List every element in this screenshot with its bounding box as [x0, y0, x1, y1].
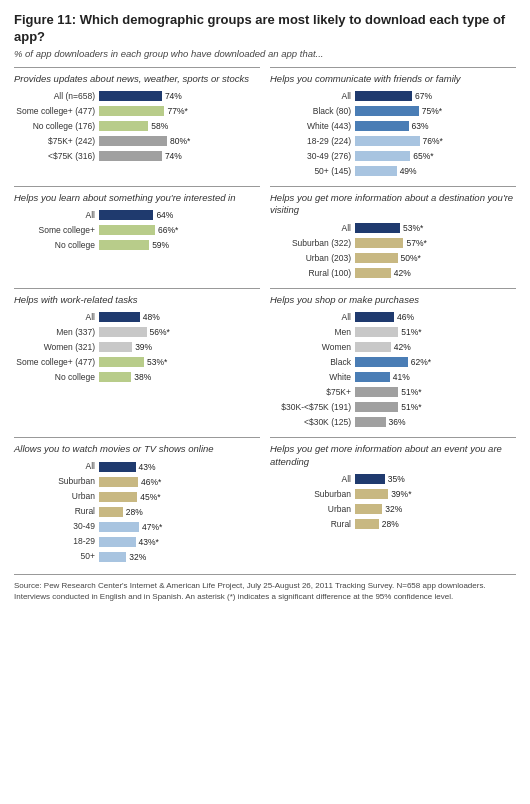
- bar-label: Suburban: [14, 476, 99, 486]
- bar-fill: [355, 372, 390, 382]
- bar-row: 18-29 (224)76%*: [270, 135, 516, 147]
- bar-value: 58%: [151, 121, 168, 131]
- section-event: Helps you get more information about an …: [270, 437, 516, 565]
- bar-container: 76%*: [355, 135, 516, 147]
- bar-value: 67%: [415, 91, 432, 101]
- bar-row: $75K+51%*: [270, 386, 516, 398]
- main-title: Figure 11: Which demographic groups are …: [14, 12, 516, 46]
- bar-row: All46%: [270, 311, 516, 323]
- bar-container: 32%: [355, 503, 516, 515]
- bar-label: Men (337): [14, 327, 99, 337]
- bar-fill: [355, 357, 408, 367]
- bar-label: No college: [14, 240, 99, 250]
- bar-label: Men: [270, 327, 355, 337]
- bar-row: 50+ (145)49%: [270, 165, 516, 177]
- bar-container: 51%*: [355, 401, 516, 413]
- bar-container: 39%: [99, 341, 260, 353]
- bar-label: Rural: [14, 506, 99, 516]
- bar-label: $75K+: [270, 387, 355, 397]
- bar-row: 50+32%: [14, 551, 260, 563]
- bar-label: Women: [270, 342, 355, 352]
- bar-label: All: [14, 210, 99, 220]
- bar-container: 35%: [355, 473, 516, 485]
- bar-container: 58%: [99, 120, 260, 132]
- bar-container: 63%: [355, 120, 516, 132]
- bar-label: All: [14, 461, 99, 471]
- bar-row: All (n=658)74%: [14, 90, 260, 102]
- bar-container: 65%*: [355, 150, 516, 162]
- bar-value: 41%: [393, 372, 410, 382]
- bar-row: Suburban46%*: [14, 476, 260, 488]
- bar-row: Men51%*: [270, 326, 516, 338]
- bar-container: 43%: [99, 461, 260, 473]
- bar-container: 66%*: [99, 224, 260, 236]
- bar-row: <$30K (125)36%: [270, 416, 516, 428]
- bar-label: All: [270, 223, 355, 233]
- bar-container: 28%: [99, 506, 260, 518]
- bar-fill: [99, 522, 139, 532]
- bar-label: No college (176): [14, 121, 99, 131]
- bar-container: 45%*: [99, 491, 260, 503]
- bar-label: Rural: [270, 519, 355, 529]
- bar-value: 50%*: [401, 253, 421, 263]
- bar-value: 51%*: [401, 327, 421, 337]
- bar-fill: [99, 507, 123, 517]
- bar-container: 53%*: [99, 356, 260, 368]
- bar-fill: [355, 238, 403, 248]
- bar-container: 74%: [99, 90, 260, 102]
- bar-fill: [355, 151, 410, 161]
- bar-row: Suburban39%*: [270, 488, 516, 500]
- bar-value: 57%*: [406, 238, 426, 248]
- bar-label: Black (80): [270, 106, 355, 116]
- bar-label: 50+: [14, 551, 99, 561]
- section-title-learn: Helps you learn about something you're i…: [14, 192, 260, 204]
- bar-container: 62%*: [355, 356, 516, 368]
- section-movies: Allows you to watch movies or TV shows o…: [14, 437, 260, 565]
- section-title-communicate: Helps you communicate with friends or fa…: [270, 73, 516, 85]
- bar-row: Rural28%: [14, 506, 260, 518]
- bar-row: All67%: [270, 90, 516, 102]
- bar-row: Suburban (322)57%*: [270, 237, 516, 249]
- bar-label: All: [270, 91, 355, 101]
- bar-row: All35%: [270, 473, 516, 485]
- bar-container: 43%*: [99, 536, 260, 548]
- bar-label: 18-29 (224): [270, 136, 355, 146]
- bar-label: Urban: [14, 491, 99, 501]
- bar-row: <$75K (316)74%: [14, 150, 260, 162]
- footnote: Source: Pew Research Center's Internet &…: [14, 574, 516, 602]
- bar-container: 74%: [99, 150, 260, 162]
- bar-label: Urban: [270, 504, 355, 514]
- bar-value: 53%*: [403, 223, 423, 233]
- bar-label: All: [14, 312, 99, 322]
- bar-row: Women (321)39%: [14, 341, 260, 353]
- bar-value: 62%*: [411, 357, 431, 367]
- bar-value: 32%: [129, 552, 146, 562]
- bar-value: 28%: [126, 507, 143, 517]
- bar-fill: [99, 552, 126, 562]
- bar-fill: [99, 492, 137, 502]
- section-title-destination: Helps you get more information about a d…: [270, 192, 516, 217]
- bar-label: No college: [14, 372, 99, 382]
- bar-fill: [355, 387, 398, 397]
- bar-fill: [355, 342, 391, 352]
- bar-label: Women (321): [14, 342, 99, 352]
- bar-label: 30-49 (276): [270, 151, 355, 161]
- bar-label: Black: [270, 357, 355, 367]
- bar-value: 75%*: [422, 106, 442, 116]
- bar-fill: [355, 312, 394, 322]
- bar-fill: [99, 462, 136, 472]
- bar-container: 39%*: [355, 488, 516, 500]
- bar-value: 77%*: [167, 106, 187, 116]
- bar-value: 48%: [143, 312, 160, 322]
- bar-fill: [99, 91, 162, 101]
- page-container: Figure 11: Which demographic groups are …: [14, 12, 516, 602]
- bar-container: 51%*: [355, 386, 516, 398]
- bar-row: All64%: [14, 209, 260, 221]
- bar-fill: [99, 151, 162, 161]
- bar-value: 36%: [389, 417, 406, 427]
- bar-fill: [355, 402, 398, 412]
- bar-value: 32%: [385, 504, 402, 514]
- bar-fill: [99, 210, 153, 220]
- bar-fill: [355, 327, 398, 337]
- bar-value: 42%: [394, 342, 411, 352]
